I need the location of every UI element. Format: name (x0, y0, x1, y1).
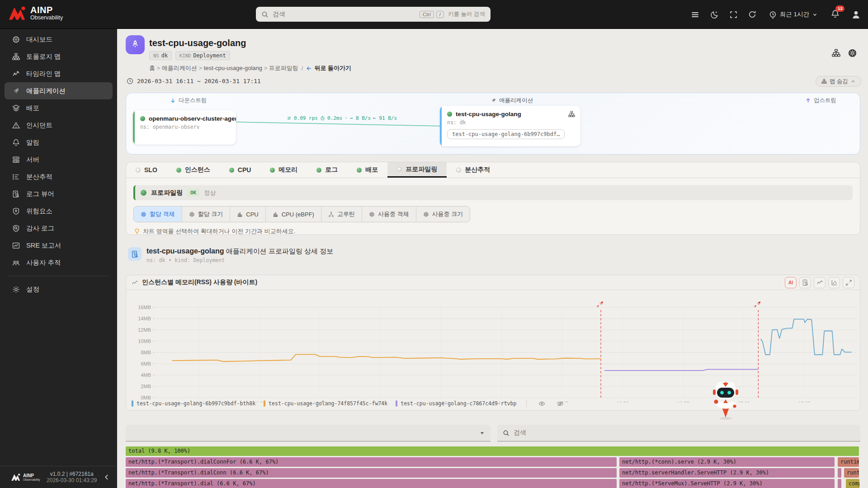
tab-분산추적[interactable]: 분산추적 (447, 162, 500, 178)
flame-search-input[interactable]: 검색 (497, 425, 860, 441)
refresh-icon[interactable] (748, 10, 756, 19)
subtab-고루틴[interactable]: 고루틴 (321, 206, 362, 222)
svg-text:8MB: 8MB (141, 350, 151, 355)
flame-block[interactable]: runti (844, 468, 859, 478)
tab-status-dot (136, 168, 141, 173)
tab-status-dot (456, 168, 461, 173)
map-toggle-button[interactable]: 맵 숨김 (816, 76, 861, 87)
legend-item[interactable]: test-cpu-usage-golang-c7867c4d9-rtvbp (396, 400, 516, 407)
sidebar-item-servers[interactable]: 서버 (0, 151, 117, 168)
menu-icon[interactable] (691, 10, 699, 19)
flame-block[interactable]: net/http.(*conn).serve (2.9 K, 30%) (619, 457, 835, 467)
scatter-mode-button[interactable] (828, 277, 840, 288)
time-range-select[interactable]: 최근 1시간 (769, 10, 817, 19)
tab-인스턴스[interactable]: 인스턴스 (167, 162, 220, 178)
breadcrumb-item[interactable]: 프로파일링 (269, 65, 298, 71)
sidebar-item-dashboard[interactable]: 대시보드 (0, 31, 117, 48)
arrow-left-icon (306, 66, 312, 71)
node-topology-icon[interactable] (568, 111, 575, 117)
notifications-button[interactable]: 13 (831, 9, 840, 20)
breadcrumb-item[interactable]: 애플리케이션 (162, 65, 197, 71)
instance-select[interactable] (126, 425, 491, 441)
tab-메모리[interactable]: 메모리 (260, 162, 307, 178)
tab-프로파일링[interactable]: 프로파일링 (387, 162, 447, 178)
report-button[interactable] (799, 277, 811, 288)
tab-status-dot (316, 168, 321, 173)
user-avatar-icon[interactable] (851, 10, 861, 19)
sidebar-item-tracing[interactable]: 분산추적 (0, 168, 117, 185)
key-slash: / (436, 11, 444, 18)
pod-chip[interactable]: test-cpu-usage-golang-6b997c9bdf… (447, 129, 565, 139)
fullscreen-icon[interactable] (730, 11, 737, 19)
sidebar-collapse-icon[interactable] (104, 474, 110, 480)
status-dot-green (447, 112, 452, 117)
flame-block[interactable]: net/http.(*Transport).dialConnFor (6.6 K… (126, 457, 617, 467)
sidebar-item-timeline-map[interactable]: 타임라인 맵 (0, 65, 117, 82)
subtab-CPU (eBPF)[interactable]: CPU (eBPF) (265, 206, 321, 222)
sidebar-item-applications[interactable]: 애플리케이션 (5, 82, 113, 99)
subtab-할당 객체[interactable]: 할당 객체 (134, 206, 182, 222)
version-label: v1.0.2 | #672161a (40, 471, 104, 477)
flame-block[interactable]: total (9.8 K, 100%) (126, 446, 859, 456)
sidebar-item-incidents[interactable]: 인시던트 (0, 117, 117, 134)
sidebar-item-user-tracking[interactable]: 사용자 추적 (0, 254, 117, 271)
svg-text:16MB: 16MB (138, 305, 151, 310)
sidebar-item-log-viewer[interactable]: 로그 뷰어 (0, 185, 117, 202)
flame-block[interactable]: r (838, 468, 841, 478)
breadcrumb-item[interactable]: test-cpu-usage-golang (204, 65, 262, 71)
bell-icon (12, 139, 20, 146)
flame-block[interactable]: runtime (838, 457, 859, 467)
line-mode-button[interactable] (814, 277, 826, 288)
tab-status-dot (176, 168, 181, 173)
kubernetes-icon[interactable] (848, 49, 857, 57)
flame-block[interactable]: net/http.(*ServeMux).ServeHTTP (2.9 K, 3… (619, 479, 835, 488)
dashboard-icon (12, 36, 20, 43)
eye-off-icon[interactable] (557, 400, 564, 407)
dark-mode-icon[interactable] (710, 10, 719, 19)
assistant-robot-mascot[interactable] (711, 382, 740, 422)
memory-usage-chart[interactable]: 0MB2MB4MB6MB8MB10MB12MB14MB16MB03/3116:2… (126, 290, 861, 402)
breadcrumb-item[interactable]: 홈 (149, 65, 155, 71)
eye-icon[interactable] (538, 400, 545, 407)
legend-item[interactable]: test-cpu-usage-golang-74f857f45c-fw74k (264, 400, 387, 407)
sidebar-item-sre-report[interactable]: SRE 보고서 (0, 237, 117, 254)
flame-block[interactable]: net/http.serverHandler.ServeHTTP (2.9 K,… (619, 468, 835, 478)
tab-CPU[interactable]: CPU (220, 162, 261, 178)
sidebar-item-audit-logs[interactable]: 감사 로그 (0, 220, 117, 237)
flame-block[interactable]: r (838, 479, 841, 488)
tab-status-dot (357, 168, 362, 173)
back-link[interactable]: 뒤로 돌아가기 (306, 64, 351, 72)
map-node-downstream[interactable]: openmaru-observ-cluster-agent ns: openma… (133, 110, 236, 145)
tab-로그[interactable]: 로그 (307, 162, 347, 178)
sidebar-item-settings[interactable]: 설정 (0, 281, 117, 298)
chip-icon (141, 211, 146, 217)
sidebar-item-alerts[interactable]: 알림 (0, 134, 117, 151)
chart-title: 인스턴스별 메모리(RSS) 사용량 (바이트) (142, 278, 782, 286)
tabs-panel: SLO인스턴스CPU메모리로그배포프로파일링분산추적 프로파일링 OK 정상 할… (126, 162, 860, 235)
tab-SLO[interactable]: SLO (126, 162, 167, 178)
namespace-badge: NSdk (149, 51, 172, 60)
flame-block[interactable]: comp (846, 479, 859, 488)
sidebar-item-topology-map[interactable]: 토폴로지 맵 (0, 48, 117, 65)
ai-analysis-button[interactable]: AI (785, 277, 797, 288)
brand-logo: AINP Observability (8, 5, 63, 21)
trace-icon (12, 173, 20, 181)
subtab-사용중 객체[interactable]: 사용중 객체 (362, 206, 416, 222)
map-node-application[interactable]: test-cpu-usage-golang ns: dk test-cpu-us… (440, 106, 580, 146)
tab-배포[interactable]: 배포 (347, 162, 387, 178)
sidebar-item-risks[interactable]: 위험요소 (0, 202, 117, 220)
global-search[interactable]: 검색 Ctrl / 키를 눌러 검색 (256, 7, 491, 22)
key-ctrl: Ctrl (420, 11, 434, 18)
topology-icon[interactable] (832, 49, 840, 57)
flame-block[interactable]: net/http.(*Transport).dial (6.6 K, 67%) (126, 479, 617, 488)
sidebar-item-deployments[interactable]: 배포 (0, 99, 117, 117)
subtab-사용중 크기[interactable]: 사용중 크기 (416, 206, 470, 222)
app-rocket-icon (126, 35, 145, 54)
report-icon (128, 247, 142, 261)
flame-block[interactable]: net/http.(*Transport).dialConn (6.6 K, 6… (126, 468, 617, 478)
expand-button[interactable] (843, 277, 854, 288)
legend-item[interactable]: test-cpu-usage-golang-6b997c9bdf-bth8k (132, 400, 255, 407)
tab-status-dot (229, 168, 234, 173)
subtab-CPU[interactable]: CPU (230, 206, 265, 222)
subtab-할당 크기[interactable]: 할당 크기 (182, 206, 230, 222)
